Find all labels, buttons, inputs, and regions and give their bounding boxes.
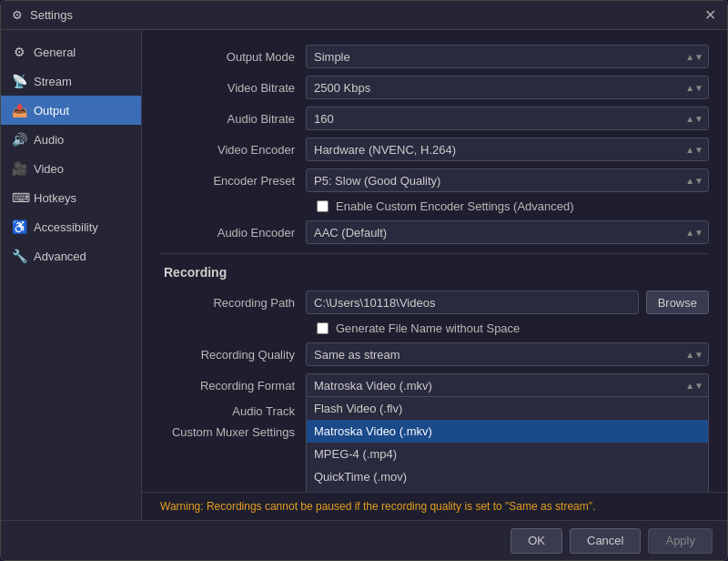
- audio-encoder-label: Audio Encoder: [160, 226, 306, 240]
- recording-path-label: Recording Path: [160, 296, 306, 310]
- format-option-mp4[interactable]: MPEG-4 (.mp4): [307, 443, 708, 465]
- recording-format-label: Recording Format: [160, 379, 306, 393]
- format-option-mkv[interactable]: Matroska Video (.mkv): [307, 420, 708, 443]
- browse-button[interactable]: Browse: [646, 291, 709, 314]
- format-option-fmp4[interactable]: Fragmented MP4 (.mp4): [307, 488, 708, 492]
- filename-checkbox-row: Generate File Name without Space: [160, 321, 709, 335]
- recording-section-title: Recording: [160, 265, 709, 280]
- custom-encoder-label: Enable Custom Encoder Settings (Advanced…: [336, 199, 574, 213]
- audio-encoder-control: AAC (Default) ▲▼: [306, 220, 709, 244]
- format-option-flv[interactable]: Flash Video (.flv): [307, 397, 708, 420]
- format-option-mov[interactable]: QuickTime (.mov): [307, 465, 708, 488]
- audio-bitrate-label: Audio Bitrate: [160, 112, 306, 126]
- recording-format-text: Matroska Video (.mkv): [314, 379, 432, 393]
- video-bitrate-label: Video Bitrate: [160, 81, 306, 95]
- sidebar-item-general[interactable]: ⚙ General: [1, 37, 141, 66]
- title-bar-left: ⚙ Settings: [12, 8, 73, 22]
- title-bar: ⚙ Settings ✕: [1, 1, 727, 30]
- sidebar-label-advanced: Advanced: [34, 250, 86, 263]
- output-icon: 📤: [12, 103, 26, 117]
- audio-track-label: Audio Track: [160, 404, 306, 418]
- sidebar-item-hotkeys[interactable]: ⌨ Hotkeys: [1, 183, 141, 212]
- main-settings: Output Mode Simple Advanced ▲▼ Video Bit…: [142, 30, 727, 520]
- output-mode-row: Output Mode Simple Advanced ▲▼: [160, 45, 709, 68]
- settings-window: ⚙ Settings ✕ ⚙ General 📡 Stream 📤 Output…: [0, 0, 728, 561]
- output-mode-select[interactable]: Simple Advanced: [306, 45, 709, 68]
- video-bitrate-select[interactable]: 2500 Kbps: [306, 76, 709, 99]
- hotkeys-icon: ⌨: [12, 190, 26, 205]
- audio-bitrate-control: 160 ▲▼: [306, 107, 709, 130]
- ok-button[interactable]: OK: [511, 528, 562, 554]
- sidebar-label-stream: Stream: [34, 75, 72, 88]
- recording-quality-control: Same as stream ▲▼: [306, 342, 709, 366]
- custom-muxer-label: Custom Muxer Settings: [160, 425, 306, 439]
- sidebar-label-hotkeys: Hotkeys: [34, 191, 76, 205]
- warning-bar: Warning: Recordings cannot be paused if …: [142, 492, 727, 520]
- recording-path-row: Recording Path Browse: [160, 291, 709, 314]
- recording-format-dropdown: Flash Video (.flv) Matroska Video (.mkv)…: [306, 397, 709, 492]
- accessibility-icon: ♿: [12, 219, 26, 234]
- recording-path-control: Browse: [306, 291, 709, 314]
- advanced-icon: 🔧: [12, 249, 26, 263]
- general-icon: ⚙: [12, 45, 26, 59]
- video-encoder-select[interactable]: Hardware (NVENC, H.264): [306, 138, 709, 161]
- encoder-preset-control: P5: Slow (Good Quality) ▲▼: [306, 168, 709, 192]
- audio-bitrate-row: Audio Bitrate 160 ▲▼: [160, 107, 709, 130]
- sidebar-item-advanced[interactable]: 🔧 Advanced: [1, 241, 141, 270]
- audio-encoder-row: Audio Encoder AAC (Default) ▲▼: [160, 220, 709, 244]
- custom-encoder-checkbox[interactable]: [317, 200, 329, 212]
- warning-text: Warning: Recordings cannot be paused if …: [160, 500, 595, 513]
- apply-button[interactable]: Apply: [648, 528, 713, 554]
- sidebar-label-output: Output: [34, 104, 69, 117]
- encoder-preset-label: Encoder Preset: [160, 174, 306, 188]
- video-bitrate-control: 2500 Kbps ▲▼: [306, 76, 709, 99]
- video-encoder-row: Video Encoder Hardware (NVENC, H.264) ▲▼: [160, 138, 709, 161]
- encoder-preset-select[interactable]: P5: Slow (Good Quality): [306, 168, 709, 192]
- sidebar-item-stream[interactable]: 📡 Stream: [1, 66, 141, 96]
- video-encoder-control: Hardware (NVENC, H.264) ▲▼: [306, 138, 709, 161]
- video-icon: 🎥: [12, 161, 26, 176]
- audio-encoder-select[interactable]: AAC (Default): [306, 220, 709, 244]
- audio-icon: 🔊: [12, 132, 26, 147]
- settings-scroll-area: Output Mode Simple Advanced ▲▼ Video Bit…: [142, 30, 727, 492]
- recording-divider: [160, 253, 709, 254]
- stream-icon: 📡: [12, 74, 26, 88]
- sidebar-item-accessibility[interactable]: ♿ Accessibility: [1, 212, 141, 241]
- settings-icon: ⚙: [12, 8, 23, 22]
- recording-quality-label: Recording Quality: [160, 348, 306, 362]
- close-button[interactable]: ✕: [704, 8, 716, 23]
- format-dropdown-arrow: ▲▼: [685, 381, 703, 391]
- filename-checkbox-label: Generate File Name without Space: [336, 321, 520, 335]
- sidebar-label-video: Video: [34, 162, 64, 176]
- recording-format-control: Matroska Video (.mkv) ▲▼ Flash Video (.f…: [306, 373, 709, 397]
- encoder-preset-row: Encoder Preset P5: Slow (Good Quality) ▲…: [160, 168, 709, 192]
- recording-format-value[interactable]: Matroska Video (.mkv) ▲▼: [306, 373, 709, 397]
- video-encoder-label: Video Encoder: [160, 143, 306, 157]
- audio-bitrate-select[interactable]: 160: [306, 107, 709, 130]
- sidebar: ⚙ General 📡 Stream 📤 Output 🔊 Audio 🎥 Vi…: [1, 30, 142, 520]
- recording-format-row: Recording Format Matroska Video (.mkv) ▲…: [160, 373, 709, 397]
- recording-quality-row: Recording Quality Same as stream ▲▼: [160, 342, 709, 366]
- sidebar-label-audio: Audio: [34, 133, 64, 147]
- content-area: ⚙ General 📡 Stream 📤 Output 🔊 Audio 🎥 Vi…: [1, 30, 727, 520]
- output-mode-control: Simple Advanced ▲▼: [306, 45, 709, 68]
- custom-encoder-row: Enable Custom Encoder Settings (Advanced…: [160, 199, 709, 213]
- cancel-button[interactable]: Cancel: [570, 528, 641, 554]
- sidebar-item-video[interactable]: 🎥 Video: [1, 154, 141, 183]
- video-bitrate-row: Video Bitrate 2500 Kbps ▲▼: [160, 76, 709, 99]
- bottom-bar: OK Cancel Apply: [1, 520, 727, 560]
- window-title: Settings: [30, 8, 73, 22]
- sidebar-label-accessibility: Accessibility: [34, 220, 98, 234]
- recording-quality-select[interactable]: Same as stream: [306, 342, 709, 366]
- sidebar-item-output[interactable]: 📤 Output: [1, 96, 141, 125]
- filename-checkbox[interactable]: [317, 322, 329, 334]
- sidebar-item-audio[interactable]: 🔊 Audio: [1, 125, 141, 154]
- recording-path-input[interactable]: [306, 291, 639, 314]
- sidebar-label-general: General: [34, 46, 76, 59]
- output-mode-label: Output Mode: [160, 50, 306, 64]
